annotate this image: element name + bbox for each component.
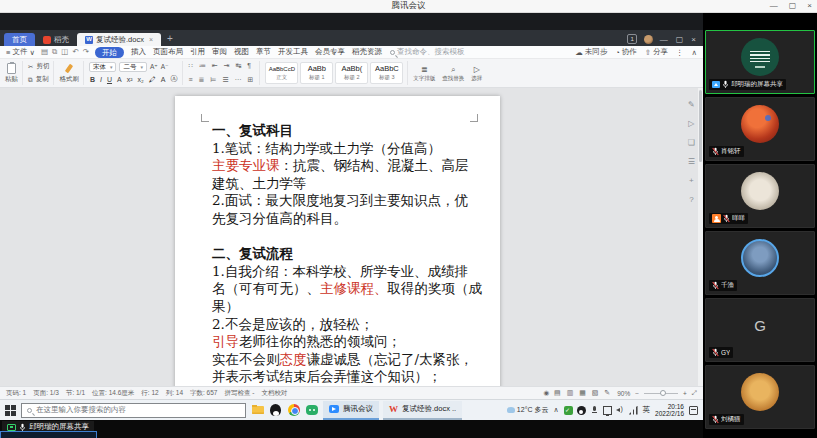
wps-close-icon[interactable]: × [691, 35, 696, 44]
menu-item[interactable]: 视图 [234, 47, 249, 57]
cursor-icon[interactable]: ▷ [688, 119, 694, 128]
view-mode-buttons[interactable]: ▤ ▥ ▦ ▧ ✎ [554, 389, 612, 397]
paste-button[interactable]: 粘贴 [5, 61, 23, 85]
security-tray-icon[interactable] [564, 406, 573, 415]
font-size-select[interactable]: 二号▾ [119, 62, 147, 72]
style-card[interactable]: AaBb(标题 2 [335, 62, 368, 84]
print-icon[interactable]: ⧉ [52, 47, 57, 57]
decrease-font-icon[interactable]: A⁻ [161, 63, 169, 71]
participant-tile[interactable]: 咩咩 [705, 164, 815, 228]
participant-tile[interactable]: 刘橘猫 [705, 365, 815, 429]
wechat-icon[interactable] [304, 403, 319, 418]
mic-tray-icon[interactable] [590, 406, 599, 415]
chrome-icon[interactable] [286, 403, 301, 418]
close-icon[interactable]: × [807, 0, 812, 12]
text-layout-button[interactable]: ≣ 文字排版 [413, 65, 435, 82]
tab-docer[interactable]: 稻壳 [35, 33, 77, 46]
status-item[interactable]: 页码: 1 [6, 389, 26, 398]
style-card[interactable]: AaBb标题 1 [300, 62, 333, 84]
volume-tray-icon[interactable] [616, 406, 625, 415]
zoom-slider[interactable] [644, 393, 678, 394]
paragraph-buttons-row2[interactable]: ≡ ≣ ⊨ ☰ ⋯ ⊞ [188, 76, 255, 84]
status-item[interactable]: 位置: 14.6厘米 [92, 389, 134, 398]
scrollbar-thumb[interactable] [699, 90, 702, 162]
clock[interactable]: 20:16 2022/2/16 [655, 403, 684, 418]
menu-item[interactable]: 开发工具 [278, 47, 308, 57]
start-button[interactable] [3, 403, 17, 417]
status-item[interactable]: 页面: 1/3 [33, 389, 59, 398]
enclose-char-button[interactable]: Ⓐ [169, 74, 178, 84]
menu-item[interactable]: 稻壳资源 [352, 47, 382, 57]
subscript-button[interactable]: x₂ [137, 76, 145, 83]
input-language[interactable]: 英 [643, 405, 651, 415]
add-icon[interactable]: + [689, 176, 694, 185]
qq-icon[interactable] [268, 403, 283, 418]
fullscreen-icon[interactable]: ⤢ [692, 389, 697, 397]
menu-item[interactable]: 引用 [190, 47, 205, 57]
collapse-ribbon-icon[interactable]: ∧ [692, 48, 698, 57]
status-item[interactable]: 拼写检查 - [224, 389, 254, 398]
file-menu[interactable]: ≡ 文件 ∨ [6, 47, 35, 57]
status-item[interactable]: 行: 12 [141, 389, 158, 398]
tab-wps-home[interactable]: 首页 [4, 33, 35, 46]
zoom-level[interactable]: 90% [617, 390, 630, 397]
highlight-button[interactable]: 🖍 [148, 76, 157, 83]
participant-tile[interactable]: G GY [705, 298, 815, 362]
style-card[interactable]: AaBbC标题 3 [370, 62, 403, 84]
taskbar-document-button[interactable]: W 复试经验.docx .. [383, 401, 462, 420]
status-item[interactable]: 字数: 657 [190, 389, 217, 398]
strikethrough-button[interactable]: A [116, 76, 123, 83]
wps-minimize-icon[interactable]: — [660, 35, 668, 44]
document-text[interactable]: 一、复试科目1.笔试：结构力学或土力学（分值高）主要专业课：抗震、钢结构、混凝土… [212, 122, 472, 386]
preview-icon[interactable]: ◫ [61, 47, 68, 57]
eye-protection-icon[interactable]: ◉ [543, 389, 549, 397]
find-replace-button[interactable]: ⌕ 查找替换 [442, 65, 464, 82]
menu-item[interactable]: 会员专享 [315, 47, 345, 57]
comment-icon[interactable]: ❏ [688, 138, 695, 147]
action-center-icon[interactable] [689, 406, 698, 415]
maximize-icon[interactable]: ▢ [789, 0, 797, 12]
share-button[interactable]: ⇧ 分享 [645, 47, 668, 57]
pen-icon[interactable]: ✎ [688, 100, 695, 109]
menu-item[interactable]: 开始 [95, 47, 124, 58]
menu-item[interactable]: 页面布局 [153, 47, 183, 57]
tab-document[interactable]: W 复试经验.docx × [77, 33, 161, 46]
font-color-button[interactable]: A [160, 76, 167, 83]
participant-tile[interactable]: 肖铭轩 [705, 97, 815, 161]
undo-icon[interactable]: ↶ [72, 47, 78, 57]
wps-maximize-icon[interactable]: ▢ [676, 35, 684, 44]
zoom-out-icon[interactable]: − [635, 390, 639, 397]
redo-icon[interactable]: ↷ [83, 47, 89, 57]
menu-item[interactable]: 插入 [131, 47, 146, 57]
new-tab-button[interactable]: + [161, 33, 179, 46]
participant-tile[interactable]: 邱明瑞的屏幕共享 [705, 30, 815, 94]
qq-tray-icon[interactable] [577, 406, 586, 415]
minimize-icon[interactable]: — [770, 0, 778, 12]
sync-status[interactable]: ☁ 未同步 [575, 47, 607, 57]
format-painter-button[interactable]: 格式刷 [59, 61, 84, 85]
increase-font-icon[interactable]: A⁺ [150, 63, 158, 71]
more-icon[interactable]: ⋮ [676, 48, 684, 57]
superscript-button[interactable]: x² [126, 76, 134, 83]
bold-button[interactable]: B [89, 76, 96, 83]
zoom-knob[interactable] [660, 390, 666, 396]
menu-item[interactable]: 审阅 [212, 47, 227, 57]
outline-icon[interactable]: ☰ [688, 157, 695, 166]
collaborate-button[interactable]: ◔ 协作 [615, 47, 637, 57]
explorer-icon[interactable] [250, 403, 265, 418]
help-icon[interactable]: ? [689, 195, 693, 204]
copy-button[interactable]: ⧉复制 [28, 75, 49, 84]
cut-button[interactable]: ✂剪切 [28, 62, 49, 71]
taskbar-search[interactable]: 在这里输入你要搜索的内容 [21, 403, 246, 418]
taskbar-meeting-button[interactable]: 腾讯会议 [323, 401, 379, 420]
zoom-in-icon[interactable]: + [683, 390, 687, 397]
notification-badge[interactable]: 1 [627, 34, 636, 44]
save-icon[interactable]: ▤ [41, 47, 48, 57]
document-page[interactable]: 一、复试科目1.笔试：结构力学或土力学（分值高）主要专业课：抗震、钢结构、混凝土… [175, 96, 500, 386]
command-search[interactable]: 查找命令、搜索模板 [390, 47, 465, 57]
select-button[interactable]: ▷ 选择 [471, 65, 482, 82]
status-item[interactable]: 文档校对 [261, 389, 287, 398]
tray-expand-icon[interactable]: ∧ [553, 406, 558, 414]
tab-close-icon[interactable]: × [149, 33, 153, 46]
network-tray-icon[interactable] [629, 406, 638, 415]
